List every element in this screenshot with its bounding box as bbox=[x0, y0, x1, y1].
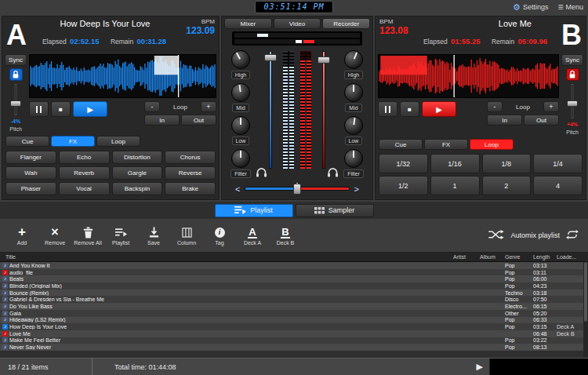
column-length[interactable]: Length bbox=[533, 254, 557, 260]
loop-plus-button-b[interactable]: + bbox=[543, 101, 559, 112]
column-album[interactable]: Album bbox=[480, 254, 505, 260]
crossfader-track[interactable] bbox=[245, 187, 349, 191]
fader-handle-a[interactable] bbox=[264, 54, 277, 61]
save-button[interactable]: Save bbox=[138, 226, 169, 246]
sync-button-b[interactable]: Sync bbox=[561, 54, 583, 66]
deck-b-waveform[interactable] bbox=[378, 54, 559, 98]
volume-fader-a[interactable] bbox=[264, 51, 277, 169]
playlist-row[interactable]: ♪ Gala Other 05:20 bbox=[0, 310, 588, 317]
repeat-icon[interactable] bbox=[566, 228, 579, 242]
play-button-a[interactable]: ▶ bbox=[73, 101, 107, 117]
playlist-row[interactable]: ♪ Blinded (Original Mix) Pop 04:23 bbox=[0, 282, 588, 289]
loop-out-button-a[interactable]: Out bbox=[181, 115, 216, 126]
filter-knob-b[interactable] bbox=[344, 149, 363, 168]
preview-play-button[interactable]: ▶ bbox=[470, 362, 489, 372]
fx-vocal-button[interactable]: Vocal bbox=[59, 182, 110, 195]
playlist-row[interactable]: ♪ Gabriel & Dresden vs Sia - Breathe Me … bbox=[0, 296, 588, 303]
loop-minus-button-a[interactable]: - bbox=[144, 101, 160, 112]
stop-button-b[interactable]: ■ bbox=[400, 101, 419, 117]
loop-4-button[interactable]: 4 bbox=[533, 176, 583, 195]
tab-sampler[interactable]: Sampler bbox=[296, 204, 374, 217]
loop-in-button-b[interactable]: In bbox=[487, 115, 522, 126]
keylock-icon-a[interactable] bbox=[9, 68, 23, 81]
deck-a-tab-cue[interactable]: Cue bbox=[5, 136, 49, 147]
fx-backspin-button[interactable]: Backspin bbox=[112, 182, 163, 195]
crossfader-right-arrow[interactable]: > bbox=[354, 184, 359, 194]
loop-1-2-button[interactable]: 1/2 bbox=[379, 176, 428, 195]
menu-button[interactable]: ≡ Menu bbox=[557, 2, 583, 13]
high-knob-b[interactable] bbox=[344, 50, 363, 69]
fx-echo-button[interactable]: Echo bbox=[59, 151, 110, 164]
column-artist[interactable]: Artist bbox=[453, 254, 480, 260]
loop-1-8-button[interactable]: 1/8 bbox=[482, 154, 532, 173]
loop-1-32-button[interactable]: 1/32 bbox=[379, 154, 428, 173]
crossfader-handle[interactable] bbox=[293, 184, 301, 195]
loop-1-button[interactable]: 1 bbox=[430, 176, 480, 195]
pitch-handle[interactable] bbox=[10, 100, 21, 107]
fx-gargle-button[interactable]: Gargle bbox=[112, 166, 163, 180]
playlist-row[interactable]: ♪ Never Say Never Pop 08:13 bbox=[0, 344, 588, 351]
loop-in-button-a[interactable]: In bbox=[144, 115, 180, 126]
tab-video[interactable]: Video bbox=[274, 18, 321, 29]
playlist-row[interactable]: ♪ audio_file Pop 03:11 bbox=[0, 269, 588, 276]
fx-wah-button[interactable]: Wah bbox=[5, 166, 56, 180]
playlist-row[interactable]: ♪ Hideaway (LS2 Remix) Pop 06:33 bbox=[0, 317, 588, 324]
playlist-row[interactable]: ♪ Beats Pop 06:00 bbox=[0, 275, 588, 282]
stop-button-a[interactable]: ■ bbox=[51, 101, 71, 117]
pitch-slider-a[interactable] bbox=[9, 83, 22, 116]
pitch-handle[interactable] bbox=[567, 100, 578, 107]
deck-a-tab-fx[interactable]: FX bbox=[51, 136, 95, 147]
fx-distortion-button[interactable]: Distortion bbox=[112, 151, 163, 164]
filter-knob-a[interactable] bbox=[231, 149, 250, 168]
loop-plus-button-a[interactable]: + bbox=[201, 101, 216, 112]
tab-recorder[interactable]: Recorder bbox=[322, 18, 370, 29]
deck-b-tab-loop[interactable]: Loop bbox=[470, 139, 514, 150]
mid-knob-b[interactable] bbox=[344, 83, 363, 102]
loop-2-button[interactable]: 2 bbox=[482, 176, 532, 195]
loop-minus-button-b[interactable]: - bbox=[487, 101, 503, 112]
fx-reverb-button[interactable]: Reverb bbox=[59, 166, 110, 180]
fx-chorus-button[interactable]: Chorus bbox=[165, 151, 216, 164]
column-loaded[interactable]: Loade... bbox=[557, 254, 588, 260]
crossfader-left-arrow[interactable]: < bbox=[235, 184, 240, 194]
low-knob-b[interactable] bbox=[344, 116, 363, 135]
add-button[interactable]: + Add bbox=[6, 226, 38, 246]
headphones-b-icon[interactable] bbox=[327, 166, 339, 180]
column-button[interactable]: Column bbox=[171, 226, 202, 246]
scrollbar-thumb[interactable] bbox=[584, 262, 587, 322]
sync-button-a[interactable]: Sync bbox=[5, 54, 27, 66]
loop-1-16-button[interactable]: 1/16 bbox=[430, 154, 480, 173]
tab-playlist[interactable]: Playlist bbox=[215, 204, 293, 217]
high-knob-a[interactable] bbox=[231, 50, 250, 69]
playlist-row[interactable]: ♪ And You Know It Pop 03:13 bbox=[0, 262, 588, 269]
fx-brake-button[interactable]: Brake bbox=[165, 182, 216, 195]
pause-button-b[interactable] bbox=[378, 101, 397, 117]
deck-a-load-button[interactable]: A Deck A bbox=[237, 226, 268, 246]
pitch-slider-b[interactable] bbox=[566, 83, 579, 119]
pause-button-a[interactable] bbox=[29, 101, 49, 117]
playlist-row[interactable]: ♪ Bounce (Remix) Techno 03:18 bbox=[0, 289, 588, 297]
playlist-row[interactable]: ♪ Make Me Feel Better Pop 03:22 bbox=[0, 337, 588, 344]
shuffle-icon[interactable] bbox=[488, 228, 504, 242]
tag-button[interactable]: i Tag bbox=[204, 226, 235, 246]
playlist-row[interactable]: ♪ Do You Like Bass Electro... 06:15 bbox=[0, 303, 588, 310]
fader-handle-b[interactable] bbox=[318, 56, 330, 64]
column-genre[interactable]: Genre bbox=[505, 254, 533, 260]
playlist-scrollbar[interactable] bbox=[583, 262, 588, 358]
fx-flanger-button[interactable]: Flanger bbox=[5, 151, 56, 164]
remove-all-button[interactable]: Remove All bbox=[72, 226, 103, 246]
volume-fader-b[interactable] bbox=[318, 51, 330, 169]
low-knob-a[interactable] bbox=[231, 116, 250, 135]
playlist-button[interactable]: Playlist bbox=[105, 226, 136, 246]
loop-1-4-button[interactable]: 1/4 bbox=[533, 154, 583, 173]
deck-b-tab-fx[interactable]: FX bbox=[424, 139, 468, 150]
column-title[interactable]: Title bbox=[0, 254, 453, 260]
playlist-row[interactable]: ♪ Love Me 06:48 Deck B bbox=[0, 330, 588, 337]
tab-mixer[interactable]: Mixer bbox=[224, 18, 272, 29]
play-button-b[interactable]: ▶ bbox=[422, 101, 456, 117]
deck-b-load-button[interactable]: B Deck B bbox=[270, 226, 301, 246]
playlist-row[interactable]: ♪ How Deep Is Your Love Pop 03:15 Deck A bbox=[0, 323, 588, 330]
fx-phaser-button[interactable]: Phaser bbox=[5, 182, 56, 195]
keylock-icon-b[interactable] bbox=[566, 68, 579, 81]
mid-knob-a[interactable] bbox=[231, 83, 250, 102]
